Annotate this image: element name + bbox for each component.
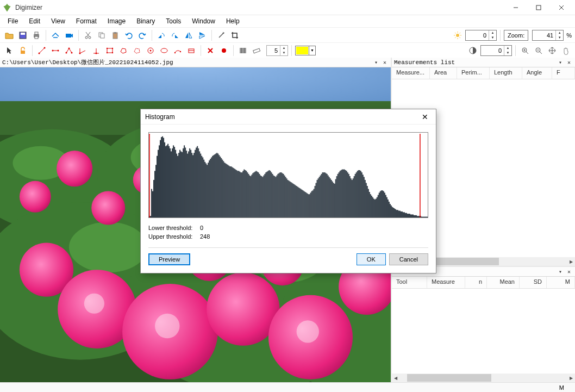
ok-button[interactable]: OK xyxy=(357,253,386,265)
panel-menu-icon[interactable]: ▾ xyxy=(557,59,564,66)
col-mean[interactable]: Mean xyxy=(487,277,520,288)
circle-center-tool[interactable] xyxy=(145,45,157,57)
svg-rect-110 xyxy=(154,171,155,217)
close-button[interactable] xyxy=(550,1,573,15)
angle-tool[interactable] xyxy=(77,45,89,57)
col-n[interactable]: n xyxy=(465,277,487,288)
menu-window[interactable]: Window xyxy=(186,16,221,26)
panel-close-icon[interactable]: ✕ xyxy=(565,268,573,276)
print-button[interactable] xyxy=(30,29,42,41)
menu-image[interactable]: Image xyxy=(102,16,131,26)
col-length[interactable]: Length xyxy=(490,67,522,79)
col-m[interactable]: M xyxy=(547,277,575,288)
preview-button[interactable]: Preview xyxy=(148,253,190,265)
zoom-spinner[interactable]: ▲▼ xyxy=(532,30,564,41)
menu-file[interactable]: File xyxy=(2,16,23,26)
panel-close-icon[interactable]: ✕ xyxy=(565,59,573,66)
cancel-button[interactable]: Cancel xyxy=(389,253,428,265)
paste-button[interactable] xyxy=(109,29,121,41)
scroll-left-icon[interactable]: ◀ xyxy=(392,374,399,382)
brightness-input[interactable] xyxy=(466,32,489,39)
rotate-right-button[interactable] xyxy=(169,29,181,41)
zoom-in-button[interactable] xyxy=(519,45,531,57)
scroll-right-icon[interactable]: ▶ xyxy=(567,374,575,382)
scanner-button[interactable] xyxy=(49,29,61,41)
crop-button[interactable] xyxy=(229,29,241,41)
path-tool[interactable] xyxy=(63,45,75,57)
menu-help[interactable]: Help xyxy=(221,16,245,26)
menu-tools[interactable]: Tools xyxy=(160,16,186,26)
color-dropdown-icon[interactable]: ▼ xyxy=(309,46,315,55)
flip-v-button[interactable] xyxy=(196,29,208,41)
camera-button[interactable] xyxy=(63,29,75,41)
contrast-spinner[interactable]: ▲▼ xyxy=(480,45,512,56)
arc-tool[interactable] xyxy=(172,45,184,57)
point-tool[interactable] xyxy=(218,45,230,57)
stats-scrollbar[interactable]: ◀ ▶ xyxy=(392,374,575,382)
svg-point-38 xyxy=(79,52,81,54)
pointer-tool[interactable] xyxy=(3,45,15,57)
svg-rect-139 xyxy=(186,151,187,217)
delete-tool[interactable] xyxy=(204,45,216,57)
maximize-button[interactable] xyxy=(527,1,550,15)
col-measure[interactable]: Measure... xyxy=(392,67,430,79)
panel-menu-icon[interactable]: ▾ xyxy=(557,268,564,276)
length-tool[interactable] xyxy=(36,45,48,57)
rotate-left-button[interactable] xyxy=(155,29,167,41)
perp-tool[interactable] xyxy=(90,45,102,57)
pan-button[interactable] xyxy=(546,45,558,57)
stats-body[interactable] xyxy=(392,289,575,374)
copy-button[interactable] xyxy=(96,29,108,41)
svg-rect-134 xyxy=(180,151,182,217)
barcode-tool[interactable] xyxy=(237,45,249,57)
col-angle[interactable]: Angle xyxy=(522,67,552,79)
marker-tool[interactable] xyxy=(185,45,197,57)
ruler-tool[interactable] xyxy=(251,45,262,57)
menu-binary[interactable]: Binary xyxy=(131,16,160,26)
ellipse-tool[interactable] xyxy=(158,45,170,57)
contrast-input[interactable] xyxy=(481,47,504,54)
segment-tool[interactable] xyxy=(49,45,61,57)
histogram-chart[interactable] xyxy=(148,132,428,218)
redo-button[interactable] xyxy=(136,29,148,41)
scroll-thumb[interactable] xyxy=(407,374,491,382)
panel-menu-icon[interactable]: ▾ xyxy=(372,59,380,66)
open-button[interactable] xyxy=(3,29,15,41)
poly-tool[interactable] xyxy=(117,45,129,57)
svg-rect-343 xyxy=(408,214,409,217)
closed-path-tool[interactable] xyxy=(131,45,143,57)
zoom-input[interactable] xyxy=(533,32,555,39)
separator xyxy=(78,30,79,41)
svg-rect-196 xyxy=(248,174,249,217)
col-sd[interactable]: SD xyxy=(520,277,547,288)
scroll-right-icon[interactable]: ▶ xyxy=(567,258,575,265)
flip-h-button[interactable] xyxy=(183,29,195,41)
col-tool[interactable]: Tool xyxy=(392,277,427,288)
col-area[interactable]: Area xyxy=(430,67,457,79)
col-f[interactable]: F xyxy=(552,67,575,79)
svg-rect-215 xyxy=(268,170,270,217)
minimize-button[interactable] xyxy=(504,1,527,15)
undo-button[interactable] xyxy=(123,29,135,41)
hand-button[interactable] xyxy=(560,45,572,57)
col-perim[interactable]: Perim... xyxy=(457,67,490,79)
color-picker[interactable]: ▼ xyxy=(295,46,316,55)
lock-button[interactable] xyxy=(17,45,29,57)
zoom-out-button[interactable] xyxy=(533,45,545,57)
menu-format[interactable]: Format xyxy=(71,16,102,26)
cut-button[interactable] xyxy=(82,29,94,41)
rect-tool[interactable] xyxy=(104,45,116,57)
dialog-close-button[interactable]: ✕ xyxy=(418,110,432,123)
save-button[interactable] xyxy=(17,29,29,41)
svg-rect-331 xyxy=(395,209,396,217)
col-measure2[interactable]: Measure xyxy=(427,277,465,288)
dialog-titlebar[interactable]: Histogram ✕ xyxy=(141,109,436,125)
svg-rect-209 xyxy=(262,177,263,217)
size-spinner[interactable]: ▲▼ xyxy=(266,45,288,56)
menu-view[interactable]: View xyxy=(46,16,71,26)
panel-close-icon[interactable]: ✕ xyxy=(381,59,389,66)
menu-edit[interactable]: Edit xyxy=(23,16,46,26)
size-input[interactable] xyxy=(267,47,280,54)
wand-button[interactable] xyxy=(215,29,227,41)
brightness-spinner[interactable]: ▲▼ xyxy=(465,30,497,41)
